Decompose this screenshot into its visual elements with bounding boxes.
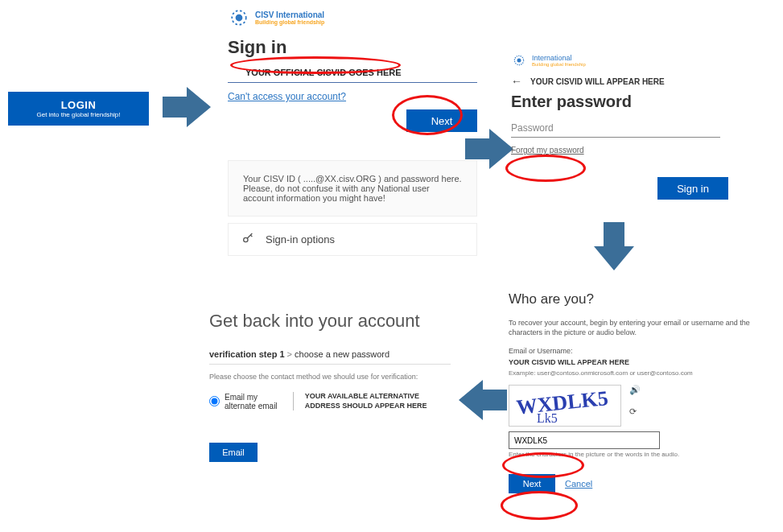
forgot-password-link[interactable]: Forgot my password — [511, 146, 584, 155]
captcha-refresh-icon[interactable]: ⟳ — [629, 406, 641, 417]
who-next-button[interactable]: Next — [509, 474, 555, 493]
arrow-left-icon — [459, 380, 507, 420]
who-title: Who are you? — [509, 291, 766, 307]
captcha-audio-icon[interactable]: 🔊 — [629, 385, 641, 395]
cisv-logo-icon — [228, 6, 250, 29]
svg-marker-0 — [163, 87, 211, 127]
recovery-email-radio[interactable] — [209, 396, 220, 406]
svg-text:Lk5: Lk5 — [537, 411, 558, 424]
password-input[interactable]: Password — [511, 121, 720, 138]
who-field-label: Email or Username: — [509, 347, 766, 355]
recovery-alt-address: YOUR AVAILABLE ALTERNATIVE ADDRESS SHOUL… — [293, 392, 451, 410]
svg-marker-10 — [459, 380, 507, 420]
recovery-contact-intro: Please choose the contact method we shou… — [209, 373, 451, 381]
who-uid: YOUR CISVID WILL APPEAR HERE — [509, 358, 766, 366]
who-example: Example: user@contoso.onmicrosoft.com or… — [509, 369, 766, 377]
signin-email-input[interactable]: YOUR OFFICIAL CISVID GOES HERE — [228, 64, 477, 83]
recovery-panel: Get back into your account verification … — [209, 311, 451, 462]
arrow-right-icon — [465, 129, 513, 169]
arrow-right-icon — [163, 87, 211, 127]
signin-options-label: Sign-in options — [266, 233, 335, 245]
signin-submit-button[interactable]: Sign in — [657, 177, 728, 200]
captcha-input[interactable] — [509, 431, 660, 449]
signin-title: Sign in — [228, 37, 481, 58]
recovery-email-button[interactable]: Email — [209, 443, 258, 462]
login-button-subtitle: Get into the global friendship! — [36, 111, 120, 118]
password-title: Enter password — [511, 93, 752, 111]
svg-marker-7 — [594, 222, 634, 270]
login-button[interactable]: LOGIN Get into the global friendship! — [8, 92, 149, 126]
annotation-ring — [505, 155, 586, 182]
login-button-title: LOGIN — [61, 99, 97, 111]
svg-point-2 — [236, 14, 243, 22]
cisv-logo-icon — [511, 52, 527, 68]
who-cancel-link[interactable]: Cancel — [565, 479, 592, 489]
who-are-you-panel: Who are you? To recover your account, be… — [509, 291, 766, 493]
who-intro: To recover your account, begin by enteri… — [509, 319, 766, 337]
recovery-title: Get back into your account — [209, 311, 451, 332]
brand-name: CISV International Building global frien… — [255, 10, 324, 26]
arrow-down-icon — [594, 222, 634, 270]
recovery-email-option[interactable]: Email my alternate email — [209, 392, 278, 410]
brand-row-small: International Building global friendship — [511, 52, 752, 68]
svg-marker-4 — [465, 129, 513, 169]
back-arrow-icon[interactable]: ← — [511, 75, 522, 88]
key-icon — [241, 232, 254, 247]
signin-notice: Your CISV ID ( .....@XX.cisv.ORG ) and p… — [228, 160, 477, 217]
svg-point-6 — [517, 59, 521, 63]
svg-text:WXDLK5: WXDLK5 — [515, 387, 609, 419]
brand-row: CISV International Building global frien… — [228, 6, 481, 29]
password-panel: International Building global friendship… — [511, 52, 752, 155]
captcha-help: Enter the characters in the picture or t… — [509, 451, 766, 458]
captcha-image: WXDLK5 Lk5 — [509, 385, 621, 427]
signin-options-button[interactable]: Sign-in options — [228, 223, 477, 256]
cant-access-link[interactable]: Can't access your account? — [228, 91, 481, 102]
brand-suffix: International Building global friendship — [532, 54, 586, 67]
recovery-step: verification step 1 > choose a new passw… — [209, 349, 451, 365]
annotation-ring — [501, 491, 578, 520]
signin-panel: CISV International Building global frien… — [228, 6, 481, 256]
password-id-line: YOUR CISVID WILL APPEAR HERE — [530, 77, 665, 86]
svg-point-3 — [244, 237, 248, 241]
recovery-email-option-label: Email my alternate email — [225, 393, 278, 410]
